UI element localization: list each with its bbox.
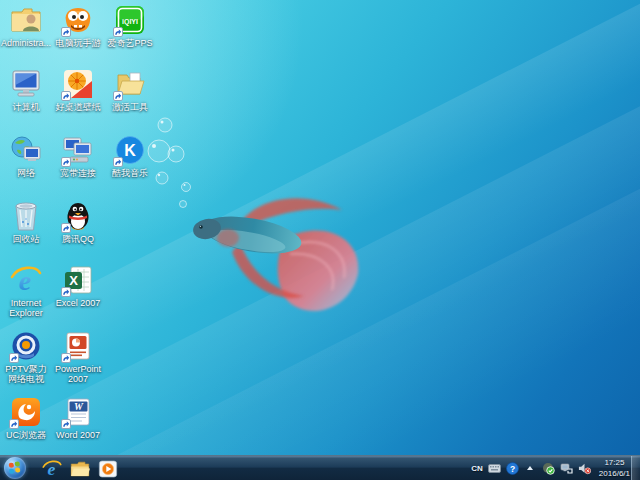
shortcut-arrow-icon — [113, 27, 123, 37]
shortcut-arrow-icon — [61, 287, 71, 297]
betta-fish — [190, 180, 375, 340]
icon-label: 激活工具 — [112, 102, 148, 112]
volume-muted-icon[interactable] — [578, 462, 591, 475]
icon-label: Excel 2007 — [56, 298, 101, 308]
shortcut-arrow-icon — [61, 223, 71, 233]
shortcut-arrow-icon — [113, 91, 123, 101]
shortcut-arrow-icon — [61, 27, 71, 37]
system-tray: CN ? — [471, 456, 630, 480]
desktop-icon-uc-browser[interactable]: UC浏览器 — [0, 396, 52, 440]
shortcut-arrow-icon — [9, 419, 19, 429]
computer-icon — [9, 68, 43, 100]
taskbar-clock[interactable]: 17:25 2016/6/1 — [599, 458, 630, 479]
orange-monster-icon — [61, 4, 95, 36]
desktop-wallpaper: Administra... 电脑玩手游 iQIYI — [0, 0, 640, 455]
open-folder-icon — [113, 68, 147, 100]
help-glyph: ? — [510, 464, 515, 474]
shortcut-arrow-icon — [61, 157, 71, 167]
icon-label: Word 2007 — [56, 430, 100, 440]
keyboard-icon[interactable] — [488, 462, 501, 475]
media-player-icon — [98, 459, 118, 479]
icon-label: Administra... — [1, 38, 51, 48]
uc-browser-icon — [9, 396, 43, 428]
shortcut-arrow-icon — [61, 91, 71, 101]
word-letter: W — [74, 401, 84, 412]
desktop-icon-iqiyi-pps[interactable]: iQIYI 爱奇艺PPS — [104, 4, 156, 48]
desktop-icon-administrator[interactable]: Administra... — [0, 4, 52, 48]
show-desktop-button[interactable] — [631, 456, 640, 480]
shortcut-arrow-icon — [113, 157, 123, 167]
desktop-icon-recycle-bin[interactable]: 回收站 — [0, 200, 52, 244]
desktop-icon-pptv[interactable]: PPTV聚力 网络电视 — [0, 330, 52, 385]
desktop-icon-kuwo-music[interactable]: K 酷我音乐 — [104, 134, 156, 178]
iqiyi-icon: iQIYI — [113, 4, 147, 36]
icon-label: 计算机 — [13, 102, 40, 112]
qq-penguin-icon — [61, 200, 95, 232]
up-arrow-icon — [527, 466, 533, 470]
icon-label: PowerPoint 2007 — [52, 364, 104, 385]
broadband-icon — [61, 134, 95, 166]
desktop-icon-diannao-wanshouyou[interactable]: 电脑玩手游 — [52, 4, 104, 48]
icon-label: 腾讯QQ — [62, 234, 94, 244]
icon-label: 宽带连接 — [60, 168, 96, 178]
language-indicator[interactable]: CN — [471, 464, 483, 473]
clock-time: 17:25 — [599, 458, 630, 468]
desktop-icon-internet-explorer[interactable]: e Internet Explorer — [0, 264, 52, 319]
desktop-icon-tencent-qq[interactable]: 腾讯QQ — [52, 200, 104, 244]
word-icon: W — [61, 396, 95, 428]
tangerine-wallpaper-icon — [61, 68, 95, 100]
desktop-icon-network[interactable]: 网络 — [0, 134, 52, 178]
kuwo-music-icon: K — [113, 134, 147, 166]
desktop-icon-word-2007[interactable]: W Word 2007 — [52, 396, 104, 440]
network-globe-icon — [9, 134, 43, 166]
powerpoint-icon — [61, 330, 95, 362]
excel-icon: X — [61, 264, 95, 296]
taskbar-windows-explorer-button[interactable] — [66, 457, 94, 480]
show-hidden-icons-button[interactable] — [524, 462, 537, 475]
kuwo-letter: K — [124, 142, 136, 159]
icon-label: 网络 — [17, 168, 35, 178]
icon-label: Internet Explorer — [0, 298, 52, 319]
desktop-icon-excel-2007[interactable]: X Excel 2007 — [52, 264, 104, 308]
desktop-icon-activation-tools[interactable]: 激活工具 — [104, 68, 156, 112]
user-folder-icon — [9, 4, 43, 36]
shortcut-arrow-icon — [9, 353, 19, 363]
taskbar: e CN ? — [0, 455, 640, 480]
folder-icon — [70, 460, 90, 478]
network-icon[interactable] — [560, 462, 573, 475]
pptv-icon — [9, 330, 43, 362]
desktop-icon-computer[interactable]: 计算机 — [0, 68, 52, 112]
icon-label: 电脑玩手游 — [56, 38, 101, 48]
icon-label: 回收站 — [13, 234, 40, 244]
shortcut-arrow-icon — [61, 353, 71, 363]
taskbar-internet-explorer-button[interactable]: e — [38, 457, 66, 480]
shortcut-arrow-icon — [61, 419, 71, 429]
clock-date: 2016/6/1 — [599, 469, 630, 479]
internet-explorer-icon: e — [9, 264, 43, 296]
iqiyi-text: iQIYI — [122, 18, 138, 26]
recycle-bin-icon — [9, 200, 43, 232]
excel-letter: X — [69, 273, 78, 288]
icon-label: 好桌道壁纸 — [56, 102, 101, 112]
security-status-icon[interactable] — [542, 462, 555, 475]
windows-logo-icon — [9, 461, 22, 475]
start-button[interactable] — [4, 457, 26, 479]
desktop-icon-powerpoint-2007[interactable]: PowerPoint 2007 — [52, 330, 104, 385]
icon-label: PPTV聚力 网络电视 — [0, 364, 52, 385]
icon-label: UC浏览器 — [6, 430, 46, 440]
help-icon[interactable]: ? — [506, 462, 519, 475]
taskbar-media-player-button[interactable] — [94, 457, 122, 480]
desktop-icon-broadband-connection[interactable]: 宽带连接 — [52, 134, 104, 178]
icon-label: 酷我音乐 — [112, 168, 148, 178]
internet-explorer-icon: e — [42, 459, 62, 479]
icon-label: 爱奇艺PPS — [107, 38, 152, 48]
desktop-icon-haozhuodao-wallpaper[interactable]: 好桌道壁纸 — [52, 68, 104, 112]
